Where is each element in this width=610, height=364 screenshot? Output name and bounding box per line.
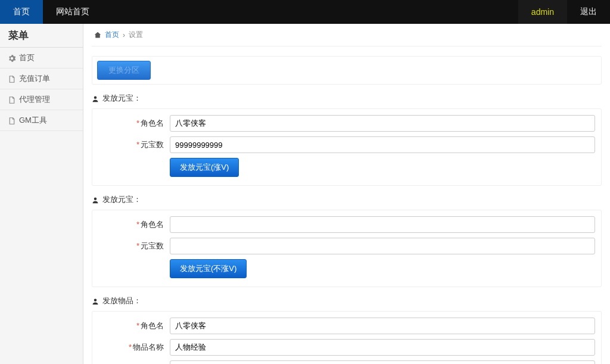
breadcrumb-home[interactable]: 首页 [105, 30, 119, 40]
label-yuanbao: *元宝数 [98, 139, 170, 150]
sidebar-item-home[interactable]: 首页 [0, 48, 83, 69]
sidebar-item-label: GM工具 [19, 115, 47, 126]
sidebar-item-label: 代理管理 [19, 94, 50, 105]
user-icon [92, 195, 99, 204]
change-zone-button[interactable]: 更换分区 [97, 61, 151, 80]
label-role: *角色名 [98, 118, 170, 129]
label-item-name: *物品名称 [98, 342, 170, 353]
nav-home[interactable]: 首页 [0, 0, 43, 24]
file-icon [8, 74, 15, 83]
breadcrumb-sep: › [123, 31, 125, 39]
sidebar-item-agent[interactable]: 代理管理 [0, 89, 83, 110]
svg-point-1 [94, 198, 97, 201]
home-icon [94, 31, 101, 39]
input-item-name[interactable] [170, 339, 595, 356]
submit-yuanbao-v[interactable]: 发放元宝(涨V) [170, 158, 239, 177]
user-menu[interactable]: admin [518, 0, 567, 24]
sidebar-item-gm[interactable]: GM工具 [0, 110, 83, 131]
breadcrumb: 首页 › 设置 [92, 24, 602, 46]
input-role[interactable] [170, 115, 595, 132]
topbar-nav: 首页 网站首页 [0, 0, 518, 24]
topbar-right: admin 退出 [518, 0, 610, 24]
sidebar-item-label: 充值订单 [19, 73, 50, 84]
sidebar: 菜单 首页 充值订单 代理管理 GM工具 [0, 24, 83, 364]
file-icon [8, 95, 15, 104]
svg-point-0 [94, 97, 97, 99]
input-yuanbao[interactable] [170, 136, 595, 153]
sidebar-title: 菜单 [0, 24, 83, 48]
input-role-2[interactable] [170, 216, 595, 233]
form-yuanbao1: *角色名 *元宝数 发放元宝(涨V) [92, 108, 602, 186]
submit-yuanbao-nov[interactable]: 发放元宝(不涨V) [170, 259, 247, 278]
label-role: *角色名 [98, 321, 170, 331]
sidebar-item-recharge[interactable]: 充值订单 [0, 69, 83, 89]
form-title-yuanbao1: 发放元宝： [92, 93, 602, 104]
breadcrumb-current: 设置 [129, 30, 143, 40]
form-item: *角色名 *物品名称 *物品数量 发放物品 [92, 311, 602, 364]
logout-button[interactable]: 退出 [567, 0, 610, 24]
container: 菜单 首页 充值订单 代理管理 GM工具 [0, 24, 610, 364]
nav-site-home[interactable]: 网站首页 [43, 0, 102, 24]
user-icon [92, 94, 99, 103]
input-yuanbao-2[interactable] [170, 238, 595, 254]
section-btn-bar: 更换分区 [92, 56, 602, 85]
svg-point-2 [94, 299, 97, 302]
gear-icon [8, 54, 15, 62]
main: 首页 › 设置 更换分区 发放元宝： *角色名 *元宝数 发放元宝(涨V) [83, 24, 610, 364]
input-item-qty[interactable] [170, 360, 595, 364]
label-yuanbao: *元宝数 [98, 241, 170, 251]
label-role: *角色名 [98, 219, 170, 230]
user-icon [92, 297, 99, 306]
sidebar-item-label: 首页 [19, 52, 35, 63]
form-yuanbao2: *角色名 *元宝数 发放元宝(不涨V) [92, 210, 602, 287]
input-role-3[interactable] [170, 318, 595, 334]
form-title-item: 发放物品： [92, 295, 602, 306]
file-icon [8, 116, 15, 125]
topbar: 首页 网站首页 admin 退出 [0, 0, 610, 24]
form-title-yuanbao2: 发放元宝： [92, 194, 602, 205]
